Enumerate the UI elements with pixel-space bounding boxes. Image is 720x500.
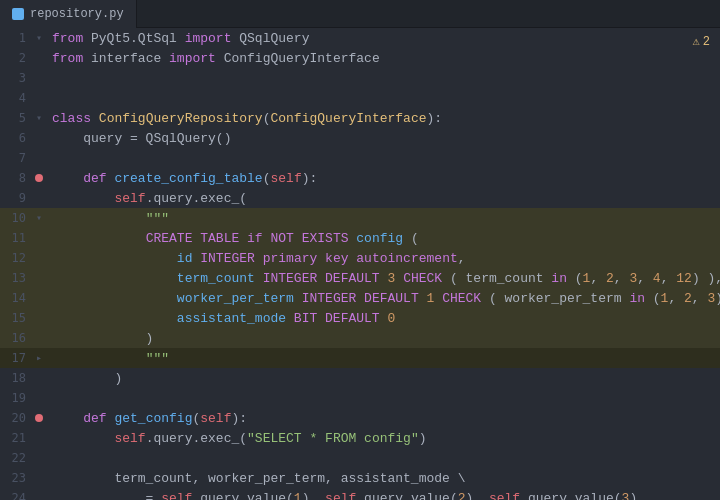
line-container: 20 def get_config(self): — [0, 408, 720, 428]
code-line: """ — [50, 208, 720, 228]
code-line: worker_per_term INTEGER DEFAULT 1 CHECK … — [50, 288, 720, 308]
line-number: 21 — [0, 431, 32, 445]
gutter-cell: 18 — [0, 368, 50, 388]
token-kw: def — [83, 411, 106, 426]
line-container: 4 — [0, 88, 720, 108]
token-sql-kw: INTEGER — [200, 251, 255, 266]
token-plain — [52, 251, 177, 266]
token-sql-fn: term_count — [177, 271, 255, 286]
token-plain: ) — [419, 431, 427, 446]
line-container: 6 query = QSqlQuery() — [0, 128, 720, 148]
token-plain: ): — [302, 171, 318, 186]
lines-container: 1▾from PyQt5.QtSql import QSqlQuery2from… — [0, 28, 720, 500]
token-plain: ( — [263, 111, 271, 126]
tab-repository[interactable]: repository.py — [0, 0, 137, 28]
token-num: 3 — [622, 491, 630, 501]
token-sql-val: 3 — [707, 291, 715, 306]
tab-bar: repository.py — [0, 0, 720, 28]
token-str: """ — [146, 351, 169, 366]
line-number: 23 — [0, 471, 32, 485]
token-plain: , — [668, 291, 684, 306]
code-line: assistant_mode BIT DEFAULT 0 — [50, 308, 720, 328]
line-container: 23 term_count, worker_per_term, assistan… — [0, 468, 720, 488]
token-plain — [192, 251, 200, 266]
code-line: def create_config_table(self): — [50, 168, 720, 188]
token-plain: ( worker_per_term — [481, 291, 629, 306]
line-number: 24 — [0, 491, 32, 500]
token-plain — [286, 311, 294, 326]
line-container: 22 — [0, 448, 720, 468]
token-plain: .query.value( — [192, 491, 293, 501]
line-container: 10▾ """ — [0, 208, 720, 228]
line-number: 10 — [0, 211, 32, 225]
token-sql-val: 2 — [684, 291, 692, 306]
line-number: 11 — [0, 231, 32, 245]
gutter-icon — [32, 414, 46, 422]
token-sql-kw: if — [247, 231, 263, 246]
code-line — [50, 148, 720, 168]
warning-badge: ⚠ 2 — [693, 34, 710, 49]
line-container: 14 worker_per_term INTEGER DEFAULT 1 CHE… — [0, 288, 720, 308]
token-sql-kw: primary key — [263, 251, 349, 266]
token-num: 2 — [458, 491, 466, 501]
line-container: 2from interface import ConfigQueryInterf… — [0, 48, 720, 68]
token-sql-kw: CHECK — [403, 271, 442, 286]
gutter-icon: ▾ — [32, 212, 46, 224]
code-line — [50, 448, 720, 468]
token-plain: ( — [567, 271, 583, 286]
token-self-kw: self — [114, 431, 145, 446]
gutter-cell: 10▾ — [0, 208, 50, 228]
token-plain — [52, 351, 146, 366]
token-plain: .query.value( — [520, 491, 621, 501]
line-number: 2 — [0, 51, 32, 65]
token-self-kw: self — [489, 491, 520, 501]
token-plain — [294, 291, 302, 306]
gutter-cell: 6 — [0, 128, 50, 148]
token-plain: , — [458, 251, 466, 266]
line-container: 7 — [0, 148, 720, 168]
code-line: self.query.exec_("SELECT * FROM config") — [50, 428, 720, 448]
token-plain — [380, 311, 388, 326]
token-plain — [419, 291, 427, 306]
code-line: self.query.exec_( — [50, 188, 720, 208]
token-self-kw: self — [161, 491, 192, 501]
line-container: 18 ) — [0, 368, 720, 388]
code-line: def get_config(self): — [50, 408, 720, 428]
token-sql-kw: autoincrement — [356, 251, 457, 266]
token-sql-val: 3 — [629, 271, 637, 286]
code-line: from interface import ConfigQueryInterfa… — [50, 48, 720, 68]
token-plain: ) — [52, 371, 122, 386]
line-container: 11 CREATE TABLE if NOT EXISTS config ( — [0, 228, 720, 248]
token-plain: ( term_count — [442, 271, 551, 286]
token-sql-fn: config — [356, 231, 403, 246]
code-line: from PyQt5.QtSql import QSqlQuery — [50, 28, 720, 48]
warning-icon: ⚠ — [693, 34, 700, 49]
line-number: 17 — [0, 351, 32, 365]
token-plain — [52, 231, 146, 246]
token-sql-val: 1 — [583, 271, 591, 286]
token-fn: create_config_table — [114, 171, 262, 186]
token-plain — [239, 231, 247, 246]
line-container: 5▾class ConfigQueryRepository(ConfigQuer… — [0, 108, 720, 128]
token-sql-kw: INTEGER DEFAULT — [263, 271, 380, 286]
line-container: 24 = self.query.value(1), self.query.val… — [0, 488, 720, 500]
line-container: 1▾from PyQt5.QtSql import QSqlQuery — [0, 28, 720, 48]
gutter-cell: 4 — [0, 88, 50, 108]
gutter-cell: 21 — [0, 428, 50, 448]
token-sql-kw: BIT DEFAULT — [294, 311, 380, 326]
gutter-cell: 15 — [0, 308, 50, 328]
code-line — [50, 388, 720, 408]
line-container: 3 — [0, 68, 720, 88]
line-number: 15 — [0, 311, 32, 325]
token-self-kw: self — [114, 191, 145, 206]
token-plain — [52, 211, 146, 226]
gutter-cell: 13 — [0, 268, 50, 288]
line-number: 14 — [0, 291, 32, 305]
code-line: term_count, worker_per_term, assistant_m… — [50, 468, 720, 488]
gutter-icon: ▾ — [32, 112, 46, 124]
line-number: 4 — [0, 91, 32, 105]
line-number: 7 — [0, 151, 32, 165]
code-line — [50, 88, 720, 108]
gutter-cell: 1▾ — [0, 28, 50, 48]
token-self-kw: self — [270, 171, 301, 186]
